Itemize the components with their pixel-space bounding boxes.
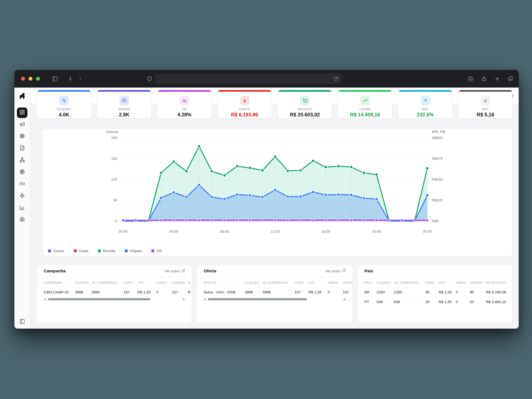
file-code-icon bbox=[19, 145, 25, 152]
sidebar-item-reports[interactable] bbox=[17, 203, 27, 213]
sidebar-item-domains[interactable] bbox=[17, 167, 27, 178]
table-row[interactable]: Nutra - USA - 200$39963996157R$ 1,550157 bbox=[197, 287, 352, 297]
legend-item-cr[interactable]: CR bbox=[151, 249, 162, 253]
table-cell: R$ 1,55 bbox=[308, 290, 328, 294]
table-title: Campanha bbox=[44, 268, 66, 273]
app-root: CLIQUES4.0KÚNICOS2.8K%CR4.28%$CUSTOR$ 6.… bbox=[14, 88, 519, 329]
scrollbar-thumb[interactable] bbox=[48, 298, 150, 300]
table-row[interactable]: CBO CAMP 0239963996157R$ 1,550157R bbox=[37, 287, 192, 297]
column-header: RECEITA (CO bbox=[486, 281, 513, 284]
kpi-accent-bar bbox=[278, 90, 332, 92]
users-icon bbox=[119, 96, 129, 105]
table-row[interactable]: BR2350235095R$ 1,55095R$ 9.288,09 bbox=[358, 287, 512, 297]
tab-overview-button[interactable] bbox=[508, 76, 513, 81]
scroll-right-arrow[interactable]: ▶ bbox=[344, 298, 346, 301]
scroll-right-arrow[interactable]: ▶ bbox=[183, 298, 185, 301]
target-icon bbox=[19, 133, 25, 140]
ver-todos-link[interactable]: Ver todos bbox=[165, 269, 185, 273]
table-header-row: OFERTACLIQUESUC (CAMPANHA)CONV.CPCLEADSV… bbox=[197, 281, 352, 287]
sidebar-nav bbox=[14, 104, 30, 225]
close-window-button[interactable] bbox=[21, 77, 25, 81]
sidebar-item-links[interactable] bbox=[17, 179, 27, 190]
kpi-label: ROI bbox=[398, 108, 452, 111]
forward-button[interactable] bbox=[77, 76, 83, 82]
sidebar-item-offers[interactable] bbox=[17, 131, 27, 142]
kpi-label: CR bbox=[158, 108, 211, 111]
kpi-accent-bar bbox=[158, 90, 211, 92]
sidebar-item-landers[interactable] bbox=[17, 143, 27, 154]
column-header: PAÍS bbox=[364, 281, 377, 284]
svg-text:08:00: 08:00 bbox=[220, 229, 229, 234]
kpi-card-cr: %CR4.28% bbox=[157, 90, 212, 119]
downloads-button[interactable] bbox=[468, 76, 474, 82]
back-button[interactable] bbox=[67, 76, 73, 82]
legend-label: Cliques bbox=[130, 249, 142, 253]
horizontal-scrollbar[interactable]: ◀▶ bbox=[204, 298, 346, 301]
legend-item-receita[interactable]: Receita bbox=[98, 249, 115, 253]
legend-label: Únicos bbox=[53, 249, 64, 253]
megaphone-icon bbox=[19, 121, 25, 128]
column-header: VENDAS bbox=[172, 281, 188, 284]
column-header: CONV. bbox=[124, 281, 137, 284]
table-cell: 0 bbox=[456, 300, 470, 304]
svg-text:04:00: 04:00 bbox=[169, 229, 178, 234]
new-tab-button[interactable] bbox=[494, 76, 500, 82]
sidebar-collapse-icon[interactable] bbox=[14, 319, 30, 324]
column-header: LEADS bbox=[456, 281, 470, 284]
legend-item-únicos[interactable]: Únicos bbox=[48, 249, 64, 253]
legend-item-custo[interactable]: Custo bbox=[74, 249, 88, 253]
scrollbar-thumb[interactable] bbox=[208, 298, 307, 300]
column-header: UC (CAMPANHA) bbox=[394, 281, 425, 284]
horizontal-scrollbar[interactable]: ◀▶ bbox=[44, 298, 185, 301]
table-cell: 636 bbox=[394, 300, 425, 304]
table-cell: R$ 1,55 bbox=[439, 300, 456, 304]
kpi-value: 4.0K bbox=[37, 112, 91, 118]
legend-swatch bbox=[48, 249, 51, 252]
table-cell: 2350 bbox=[394, 290, 425, 294]
svg-text:100: 100 bbox=[111, 177, 117, 181]
scroll-left-arrow[interactable]: ◀ bbox=[44, 298, 46, 301]
app-logo-dog-icon[interactable] bbox=[14, 88, 30, 104]
kpi-accent-bar bbox=[338, 90, 392, 92]
sidebar-item-dashboard[interactable] bbox=[17, 108, 27, 118]
layout-grid-icon bbox=[19, 109, 25, 116]
legend-item-cliques[interactable]: Cliques bbox=[125, 249, 142, 253]
table-title: País bbox=[364, 268, 373, 273]
column-header: CAMPANHA bbox=[44, 281, 75, 284]
table-cell: 636 bbox=[377, 300, 394, 304]
url-bar[interactable] bbox=[155, 73, 342, 84]
legend-label: Custo bbox=[79, 249, 88, 253]
table-cell: PT bbox=[364, 300, 377, 304]
sidebar-item-settings[interactable] bbox=[17, 215, 27, 225]
app-sidebar bbox=[14, 88, 30, 329]
sidebar-item-flows[interactable] bbox=[17, 155, 27, 166]
svg-text:12:00: 12:00 bbox=[271, 229, 280, 234]
kpi-value: 2.8K bbox=[97, 112, 151, 118]
table-row[interactable]: PT63663620R$ 1,55020R$ 3.484,10 bbox=[358, 297, 512, 306]
table-header-row: PAÍSCLIQUESUC (CAMPANHA)CONV.CPCLEADSVEN… bbox=[358, 281, 512, 287]
svg-text:50: 50 bbox=[113, 198, 117, 202]
scrollbar-track[interactable] bbox=[208, 298, 342, 300]
reload-icon[interactable] bbox=[334, 76, 338, 81]
table-cell: R$ 3.484,10 bbox=[486, 300, 513, 304]
kpi-value: R$ 6.193,86 bbox=[218, 112, 272, 118]
svg-text:BRL R$: BRL R$ bbox=[432, 130, 445, 134]
sidebar-item-campaigns[interactable] bbox=[17, 119, 27, 130]
share-button[interactable] bbox=[481, 76, 487, 82]
scrollbar-track[interactable] bbox=[48, 298, 181, 300]
zoom-window-button[interactable] bbox=[36, 77, 40, 81]
column-header: LEADS bbox=[156, 281, 172, 284]
cart-icon bbox=[300, 96, 310, 105]
privacy-shield-icon[interactable] bbox=[147, 76, 152, 81]
minimize-window-button[interactable] bbox=[29, 77, 32, 81]
traffic-revenue-chart: VolumeBRL R$050100150200R$0R$125R$250R$3… bbox=[43, 129, 513, 257]
browser-sidebar-toggle-icon[interactable] bbox=[52, 76, 58, 82]
ver-todos-label: Ver todos bbox=[165, 269, 180, 273]
scroll-left-arrow[interactable]: ◀ bbox=[204, 298, 206, 301]
sidebar-item-automations[interactable] bbox=[17, 191, 27, 201]
percent-icon: % bbox=[180, 96, 189, 105]
legend-swatch bbox=[125, 249, 128, 252]
ver-todos-link[interactable]: Ver todos bbox=[325, 269, 346, 273]
kpi-value: 4.28% bbox=[158, 112, 211, 118]
column-header: VENDAS bbox=[343, 281, 353, 284]
